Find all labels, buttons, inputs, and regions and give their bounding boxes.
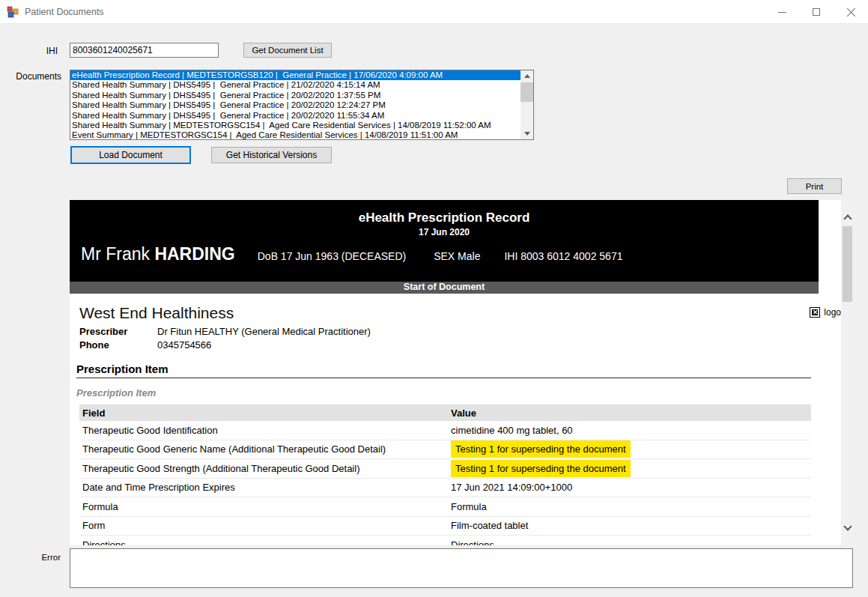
load-document-button[interactable]: Load Document [70,146,191,164]
detail-row: Prescriber Dr Fitun HEALTHY (General Med… [79,325,819,339]
document-list-item[interactable]: Shared Health Summary | DHS5495 | Genera… [70,100,521,110]
value-cell: Directions [446,539,811,545]
patient-documents-window: Patient Documents IHI Get Document List … [0,0,868,597]
error-label: Error [27,553,61,562]
prescriber-details: Prescriber Dr Fitun HEALTHY (General Med… [79,325,819,352]
logo-placeholder: logo [810,307,841,318]
get-historical-versions-button[interactable]: Get Historical Versions [211,147,332,163]
ihi-input[interactable] [70,43,219,58]
document-scroll-up-button[interactable] [841,206,854,228]
patient-sex: SEX Male [434,250,480,262]
value-cell: Formula [446,501,811,512]
organisation-name: West End Healthiness [79,304,234,322]
patient-summary-line: Mr Frank HARDING DoB 17 Jun 1963 (DECEAS… [70,244,819,264]
document-header-banner: eHealth Prescription Record 17 Jun 2020 … [70,200,819,282]
error-output[interactable] [70,548,853,588]
table-row: Therapeutic Good Generic Name (Additiona… [79,440,811,460]
print-button[interactable]: Print [787,178,842,194]
broken-image-icon [810,307,820,318]
field-cell: Therapeutic Good Strength (Additional Th… [79,463,446,474]
detail-row: Phone 0345754566 [79,339,819,352]
field-cell: Directions [79,539,446,545]
table-row: Directions Directions [79,536,811,545]
document-scrollbar[interactable] [841,200,854,545]
field-cell: Formula [79,501,446,512]
detail-label: Phone [79,339,157,352]
minimize-icon [778,12,786,13]
document-list-item[interactable]: Shared Health Summary | DHS5495 | Genera… [70,111,521,121]
listbox-scrollbar-thumb[interactable] [521,82,533,102]
app-icon [7,6,19,18]
close-button[interactable] [834,0,868,24]
document-list-item[interactable]: eHealth Prescription Record | MEDTESTORG… [70,70,521,80]
documents-label: Documents [10,71,61,82]
document-viewer: eHealth Prescription Record 17 Jun 2020 … [70,200,854,545]
table-row: Therapeutic Good Strength (Additional Th… [79,459,811,479]
table-row: Formula Formula [79,497,811,517]
value-text: Film-coated tablet [451,520,528,531]
ihi-label: IHI [30,46,58,56]
patient-surname: HARDING [154,244,234,264]
listbox-scroll-down-button[interactable] [521,128,533,139]
document-list-item[interactable]: Event Summary | MEDTESTORGSC154 | Aged C… [70,130,521,140]
documents-list: eHealth Prescription Record | MEDTESTORG… [70,70,521,139]
patient-dob: DoB 17 Jun 1963 (DECEASED) [258,250,406,262]
prescription-item-table: Field Value Therapeutic Good Identificat… [79,404,811,545]
table-body: Therapeutic Good Identification cimetidi… [79,421,811,545]
detail-value: Dr Fitun HEALTHY (General Medical Practi… [157,325,371,339]
logo-alt-text: logo [824,307,841,318]
documents-listbox[interactable]: eHealth Prescription Record | MEDTESTORG… [70,70,534,140]
window-controls [765,0,868,24]
maximize-icon [813,8,820,16]
patient-ihi: IHI 8003 6012 4002 5671 [504,250,622,262]
field-cell: Therapeutic Good Generic Name (Additiona… [79,443,446,455]
patient-name: Mr Frank HARDING [81,244,235,264]
listbox-scroll-up-button[interactable] [521,70,533,82]
close-icon [846,7,856,17]
detail-label: Prescriber [79,325,157,339]
get-document-list-button[interactable]: Get Document List [243,43,332,58]
field-column-header: Field [79,407,446,419]
subsection-title: Prescription Item [76,387,819,398]
table-row: Therapeutic Good Identification cimetidi… [79,421,811,440]
document-content: eHealth Prescription Record 17 Jun 2020 … [70,200,841,545]
triangle-down-icon [524,132,530,136]
document-list-item[interactable]: Shared Health Summary | DHS5495 | Genera… [70,91,521,100]
value-cell: cimetidine 400 mg tablet, 60 [446,425,811,436]
value-column-header: Value [446,407,811,419]
title-bar: Patient Documents [0,0,868,24]
value-text: cimetidine 400 mg tablet, 60 [451,425,573,436]
document-date: 17 Jun 2020 [70,225,819,237]
table-header-row: Field Value [79,404,811,421]
document-scrollbar-thumb[interactable] [843,226,852,302]
detail-value: 0345754566 [157,339,211,352]
value-cell: Film-coated tablet [446,520,811,531]
document-body: West End Healthiness logo Prescriber Dr … [70,304,819,545]
table-row: Form Film-coated tablet [79,517,811,536]
window-title: Patient Documents [25,7,104,17]
value-text: 17 Jun 2021 14:09:00+1000 [451,482,572,493]
document-list-item[interactable]: Shared Health Summary | DHS5495 | Genera… [70,80,521,90]
value-cell: Testing 1 for superseding the document [446,440,811,458]
value-text: Formula [451,501,487,512]
listbox-scrollbar[interactable] [521,70,533,139]
value-text: Testing 1 for superseding the document [451,460,631,477]
document-list-item[interactable]: Shared Health Summary | MEDTESTORGSC154 … [70,121,521,130]
value-cell: Testing 1 for superseding the document [446,460,811,477]
minimize-button[interactable] [765,0,799,24]
field-cell: Date and Time Prescription Expires [79,482,446,493]
value-text: Testing 1 for superseding the document [451,440,631,458]
field-cell: Form [79,520,446,531]
document-scroll-down-button[interactable] [841,517,854,539]
value-cell: 17 Jun 2021 14:09:00+1000 [446,482,811,493]
value-text: Directions [451,539,494,545]
chevron-up-icon [843,214,852,222]
table-row: Date and Time Prescription Expires 17 Ju… [79,479,811,498]
document-title: eHealth Prescription Record [70,200,819,225]
section-title: Prescription Item [76,363,811,378]
triangle-up-icon [524,74,530,78]
start-of-document-banner: Start of Document [70,282,819,294]
chevron-down-icon [843,522,852,530]
field-cell: Therapeutic Good Identification [79,425,446,436]
maximize-button[interactable] [799,0,834,24]
